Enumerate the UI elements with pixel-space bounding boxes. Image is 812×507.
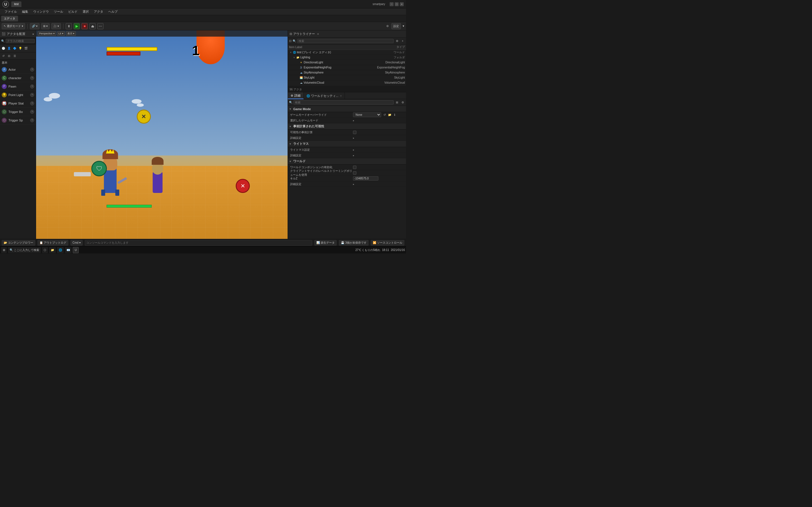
source-control-button[interactable]: 🔀 ソースコントロール bbox=[371, 240, 404, 245]
client-streaming-checkbox[interactable] bbox=[353, 171, 356, 175]
menu-item-file[interactable]: ファイル bbox=[2, 9, 19, 14]
outliner-add-icon[interactable]: + bbox=[400, 39, 405, 43]
trigger-sp-info-icon[interactable]: ? bbox=[30, 118, 34, 122]
taskbar-app-1[interactable]: 📁 bbox=[49, 247, 56, 253]
table-row[interactable]: ☁ VolumetricCloud VolumetricCloud bbox=[288, 80, 406, 86]
app-tab[interactable]: test bbox=[11, 1, 21, 7]
outliner-settings-icon[interactable]: ⚙ bbox=[395, 39, 399, 43]
maximize-button[interactable]: □ bbox=[395, 2, 399, 6]
viewport-lit-btn[interactable]: Lit ▾ bbox=[57, 31, 65, 36]
table-row[interactable]: ▾ 🌐 test (プレイ イン エディタ) ワールド bbox=[288, 50, 406, 55]
character-info-icon[interactable]: ? bbox=[30, 76, 34, 80]
menu-item-build[interactable]: ビルド bbox=[66, 9, 80, 14]
tab-details[interactable]: ⚙ 詳細 bbox=[288, 93, 304, 99]
settings-icon[interactable]: ⚙ bbox=[385, 24, 390, 29]
menu-item-tools[interactable]: ツール bbox=[52, 9, 65, 14]
details-content[interactable]: Game Mode ゲームモードオーバーライド None ↺ 📁 ℹ bbox=[288, 106, 406, 239]
menu-item-window[interactable]: ウィンドウ bbox=[31, 9, 51, 14]
viewport-tab[interactable]: エディタ bbox=[1, 16, 18, 21]
list-icon[interactable]: ☰ bbox=[12, 54, 17, 58]
recent-icon[interactable]: 🕐 bbox=[1, 46, 6, 51]
details-row-lightmass-settings[interactable]: ライトマス設定 bbox=[288, 147, 406, 153]
killz-input[interactable] bbox=[353, 176, 378, 180]
class-search-input[interactable] bbox=[6, 39, 35, 43]
content-browser-button[interactable]: 📂 コンテンツブロワー bbox=[2, 240, 35, 245]
shape-icon[interactable]: 🔷 bbox=[12, 46, 17, 51]
cmd-dropdown[interactable]: Cmd bbox=[70, 240, 83, 245]
start-button[interactable]: ⊞ bbox=[1, 247, 7, 253]
search-box[interactable]: 🔍 ここに入力して検索 bbox=[8, 247, 41, 253]
menu-item-actor[interactable]: アクタ bbox=[92, 9, 105, 14]
details-row-lightmass-advanced[interactable]: 詳細設定 bbox=[288, 153, 406, 158]
camera-btn[interactable]: 🎥 bbox=[51, 23, 61, 29]
viewport[interactable]: Perspective ▾ Lit ▾ 表示 ▾ 1 bbox=[36, 31, 288, 239]
table-row[interactable]: 🌫 ExponentialHeightFog ExponentialHeight… bbox=[288, 65, 406, 70]
trigger-bo-info-icon[interactable]: ? bbox=[30, 110, 34, 114]
pawn-info-icon[interactable]: ? bbox=[30, 84, 34, 89]
world-settings-close-icon[interactable]: × bbox=[340, 94, 342, 98]
table-row[interactable]: 🌅 SkyLight SkyLight bbox=[288, 75, 406, 80]
browse-icon[interactable]: 📁 bbox=[388, 113, 392, 117]
outliner-search-input[interactable] bbox=[297, 39, 394, 43]
stop-button[interactable]: ■ bbox=[82, 23, 88, 29]
reload-icon[interactable]: ↺ bbox=[382, 113, 387, 117]
world-comp-checkbox[interactable] bbox=[353, 166, 356, 169]
minimize-button[interactable]: － bbox=[390, 2, 394, 6]
cinema-icon[interactable]: 🎬 bbox=[24, 46, 28, 51]
snap-btn[interactable]: 🔗 bbox=[30, 23, 40, 29]
taskbar-app-ue[interactable]: U bbox=[73, 247, 79, 253]
details-row-selected-gamemode[interactable]: 選択したゲームモード bbox=[288, 118, 406, 123]
details-row-prob-advanced[interactable]: 詳細設定 bbox=[288, 135, 406, 141]
section-world[interactable]: ワールド bbox=[288, 158, 406, 165]
table-row[interactable]: ☁ SkyAtmosphere SkyAtmosphere bbox=[288, 70, 406, 75]
gamemode-override-select[interactable]: None bbox=[353, 112, 381, 117]
details-settings-icon[interactable]: ⚙ bbox=[400, 100, 405, 105]
console-input[interactable] bbox=[85, 240, 312, 245]
tab-world-settings[interactable]: 🌐 ワールドセッティ... × bbox=[304, 93, 345, 99]
filter-icon[interactable]: ⊟ bbox=[7, 54, 11, 58]
eject-button[interactable]: ⏏ bbox=[89, 23, 96, 29]
player-stat-info-icon[interactable]: ? bbox=[30, 101, 34, 105]
taskbar-app-2[interactable]: 🌐 bbox=[57, 247, 64, 253]
world-comp-value[interactable] bbox=[353, 166, 404, 169]
list-item-trigger-sp[interactable]: ⬡ Trigger Sp ? bbox=[0, 116, 36, 124]
pause-button[interactable]: ⏸ bbox=[66, 23, 72, 29]
select-mode-button[interactable]: ↖ 選択モード bbox=[2, 23, 25, 29]
info-icon[interactable]: ℹ bbox=[393, 113, 397, 117]
output-log-button[interactable]: 📋 アウトプットログ bbox=[38, 240, 68, 245]
menu-item-edit[interactable]: 編集 bbox=[20, 9, 31, 14]
menu-item-select[interactable]: 選択 bbox=[80, 9, 91, 14]
visibility-value[interactable] bbox=[353, 131, 404, 134]
client-streaming-value[interactable] bbox=[353, 171, 404, 175]
outliner-close-button[interactable]: × bbox=[316, 32, 320, 36]
taskbar-app-3[interactable]: 📧 bbox=[65, 247, 71, 253]
details-row-world-advanced[interactable]: 詳細設定 bbox=[288, 181, 406, 187]
list-item-character[interactable]: C character ? bbox=[0, 74, 36, 82]
list-item-pawn[interactable]: P Pawn ? bbox=[0, 82, 36, 91]
viewport-perspective-btn[interactable]: Perspective ▾ bbox=[38, 31, 56, 36]
actor-icon-btn[interactable]: 👤 bbox=[7, 46, 11, 51]
gamemode-override-value[interactable]: None ↺ 📁 ℹ bbox=[353, 112, 404, 117]
tree-toggle-world[interactable]: ▾ bbox=[289, 51, 292, 54]
grid-btn[interactable]: ⊞ bbox=[41, 23, 50, 29]
play-button[interactable]: ▶ bbox=[73, 23, 80, 29]
section-probability[interactable]: 事前計算された可視性 bbox=[288, 123, 406, 129]
outliner-content[interactable]: ▾ 🌐 test (プレイ イン エディタ) ワールド ▾ 📁 Lighting… bbox=[288, 50, 406, 87]
killz-value[interactable] bbox=[353, 176, 404, 180]
actor-info-icon[interactable]: ? bbox=[30, 68, 34, 71]
details-search-input[interactable] bbox=[294, 100, 394, 105]
more-button[interactable]: ⋯ bbox=[97, 23, 103, 29]
derived-data-button[interactable]: 📊 派生データ bbox=[314, 240, 337, 245]
viewport-show-btn[interactable]: 表示 ▾ bbox=[66, 31, 76, 36]
settings-button[interactable]: 設定 bbox=[391, 23, 401, 29]
close-button[interactable]: × bbox=[400, 2, 404, 6]
list-item-point-light[interactable]: 💡 Point Light ? bbox=[0, 91, 36, 99]
menu-item-help[interactable]: ヘルプ bbox=[106, 9, 120, 14]
table-row[interactable]: ☀ DirectionalLight DirectionalLight bbox=[288, 60, 406, 65]
refresh-icon[interactable]: ↺ bbox=[1, 54, 6, 58]
details-grid-icon[interactable]: ⊞ bbox=[395, 100, 399, 105]
list-item-player-stat[interactable]: 📊 Player Stat ? bbox=[0, 99, 36, 108]
left-panel-close[interactable]: × bbox=[33, 33, 34, 36]
point-light-info-icon[interactable]: ? bbox=[30, 93, 34, 97]
light-icon[interactable]: 💡 bbox=[18, 46, 22, 51]
